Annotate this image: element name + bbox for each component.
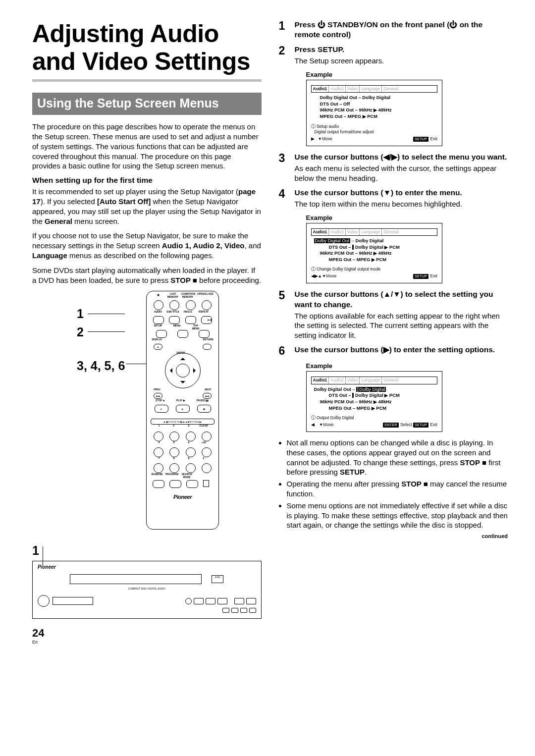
num-3 bbox=[186, 432, 196, 441]
osd-tab-audio2: Audio2 bbox=[329, 229, 345, 235]
setup-button bbox=[156, 330, 167, 338]
remote-brand: Pioneer bbox=[151, 494, 214, 500]
cursor-pad bbox=[165, 353, 201, 388]
open-close-button bbox=[202, 300, 212, 310]
step-5: 5 Use the cursor buttons (▲/▼) to select… bbox=[279, 289, 508, 340]
remote-illustration: 1 2 3, 4, 5, 6 ⏻ LAST MEMORY CONDITION M… bbox=[32, 291, 262, 534]
notes-list: Not all menu options can be changed whil… bbox=[279, 438, 508, 530]
panel-small-2 bbox=[231, 608, 238, 613]
program-button bbox=[169, 480, 181, 488]
osd-tab-language: Language bbox=[360, 86, 382, 92]
prev-button: ▮◀◀ bbox=[154, 393, 162, 399]
last-memory-button bbox=[169, 300, 179, 310]
osd-tab-language: Language bbox=[360, 229, 382, 235]
note-3: Some menu options are not immediately ef… bbox=[287, 501, 508, 530]
continued-label: continued bbox=[279, 533, 508, 539]
osd-tab-audio2: Audio2 bbox=[329, 377, 345, 383]
panel-small-4 bbox=[249, 608, 256, 613]
step-2: 2 Press SETUP. The Setup screen appears. bbox=[279, 45, 508, 66]
panel-small-1 bbox=[222, 608, 229, 613]
step-1: 1 Press ⏻ STANDBY/ON on the front panel … bbox=[279, 20, 508, 40]
power-icon: ⏻ bbox=[318, 20, 325, 29]
num-1 bbox=[154, 432, 163, 441]
power-button bbox=[154, 300, 163, 310]
remote-callout-2: 2 bbox=[77, 323, 125, 341]
return-button bbox=[203, 344, 212, 350]
osd-tab-audio2: Audio2 bbox=[329, 86, 345, 92]
top-menu-button bbox=[199, 330, 210, 338]
num-9 bbox=[186, 463, 196, 473]
setup-chip: SETUP bbox=[413, 137, 428, 142]
num-0 bbox=[202, 463, 212, 473]
panel-btn-4 bbox=[217, 598, 227, 604]
menu-button bbox=[177, 330, 188, 338]
osd-tab-audio1: Audio1 bbox=[312, 229, 329, 235]
audio-button bbox=[153, 316, 164, 324]
osd-tab-general: General bbox=[382, 377, 400, 383]
panel-btn-5 bbox=[234, 598, 244, 604]
step-1-num: 1 bbox=[279, 20, 290, 40]
panel-btn-6 bbox=[246, 598, 256, 604]
page-number: 24 bbox=[32, 627, 262, 640]
panel-btn-1 bbox=[185, 598, 192, 604]
pause-button: ▮▮ bbox=[197, 405, 211, 413]
player-callout-1: 1 bbox=[32, 543, 262, 558]
condition-memory-button bbox=[186, 300, 196, 310]
remote-callout-1: 1 bbox=[77, 305, 125, 323]
note-2: Operating the menu after pressing STOP ■… bbox=[287, 479, 508, 499]
remote-callout-3456: 3, 4, 5, 6 bbox=[77, 357, 125, 375]
info-icon: ⓘ bbox=[311, 267, 316, 271]
light-indicator bbox=[203, 480, 209, 487]
disc-tray bbox=[70, 574, 202, 584]
page-title: Adjusting Audio and Video Settings bbox=[32, 20, 262, 75]
random-button bbox=[153, 480, 164, 488]
osd-tabs: Audio1 Audio2 Video Language General bbox=[311, 85, 437, 93]
player-brand: Pioneer bbox=[38, 564, 56, 570]
example-osd-3: Example Audio1 Audio2 Video Language Gen… bbox=[306, 362, 508, 432]
osd-tab-general: General bbox=[382, 86, 400, 92]
stop-button: ■ bbox=[155, 405, 168, 413]
num-6 bbox=[186, 447, 196, 457]
dvd-logo: DVD bbox=[212, 575, 223, 583]
osd-tab-audio1: Audio1 bbox=[312, 377, 329, 383]
angle-button bbox=[185, 316, 196, 324]
first-time-p1: It is recommended to set up player using… bbox=[32, 187, 262, 226]
step-3: 3 Use the cursor buttons (◀/▶) to select… bbox=[279, 152, 508, 183]
note-1: Not all menu options can be changed whil… bbox=[287, 438, 508, 477]
num-2 bbox=[169, 432, 179, 441]
enter-button bbox=[176, 364, 190, 378]
info-icon: ⓘ bbox=[311, 124, 316, 129]
player-illustration: 1 Pioneer DVD COMPACT DISC DIGITAL AUDIO bbox=[32, 543, 262, 618]
section-heading: Using the Setup Screen Menus bbox=[32, 93, 262, 115]
osd-tabs: Audio1 Audio2 Video Language General bbox=[311, 377, 437, 384]
example-osd-1: Example Audio1 Audio2 Video Language Gen… bbox=[306, 71, 508, 146]
subtitle-button bbox=[169, 316, 180, 324]
first-time-p2: If you choose not to use the Setup Navig… bbox=[32, 231, 262, 260]
next-button: ▶▶▮ bbox=[203, 393, 212, 399]
num-8 bbox=[169, 463, 179, 473]
step-6-num: 6 bbox=[279, 345, 290, 357]
info-icon: ⓘ bbox=[311, 415, 316, 420]
intro-paragraph: The procedure on this page describes how… bbox=[32, 122, 262, 171]
display-button: ▶ bbox=[154, 344, 162, 350]
osd-tab-video: Video bbox=[346, 377, 360, 383]
osd-tab-language: Language bbox=[360, 377, 382, 383]
osd-tab-video: Video bbox=[346, 229, 360, 235]
page-lang: En bbox=[32, 640, 262, 645]
step-6: 6 Use the cursor buttons (▶) to enter th… bbox=[279, 345, 508, 357]
osd-tabs: Audio1 Audio2 Video Language General bbox=[311, 228, 437, 236]
search-mode-button bbox=[186, 480, 198, 488]
setup-chip: SETUP bbox=[413, 423, 428, 428]
example-osd-2: Example Audio1 Audio2 Video Language Gen… bbox=[306, 214, 508, 284]
step-4: 4 Use the cursor buttons (▼) to enter th… bbox=[279, 188, 508, 209]
display-window bbox=[53, 597, 93, 605]
panel-btn-2 bbox=[194, 598, 204, 604]
step-2-num: 2 bbox=[279, 45, 290, 66]
play-button: ▶ bbox=[176, 405, 190, 413]
osd-tab-general: General bbox=[382, 229, 400, 235]
power-icon: ⏻ bbox=[449, 20, 457, 29]
osd-tab-video: Video bbox=[346, 86, 360, 92]
osd-tab-audio1: Audio1 bbox=[312, 86, 329, 92]
plus10-button bbox=[202, 447, 212, 457]
step-4-num: 4 bbox=[279, 188, 290, 209]
